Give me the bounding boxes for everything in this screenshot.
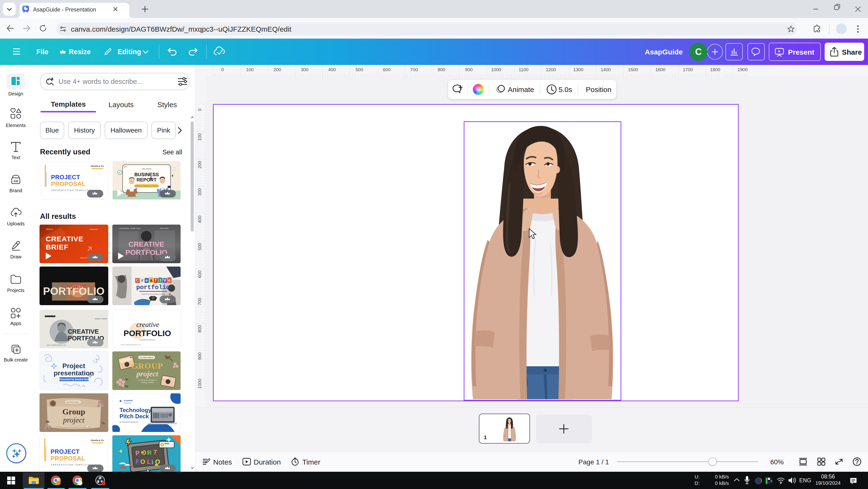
svg-text:project: project	[136, 369, 159, 378]
svg-text:e: e	[145, 278, 148, 283]
svg-text:a: a	[150, 278, 152, 283]
svg-text:By Olivia Wilson: By Olivia Wilson	[67, 401, 80, 403]
svg-text:T: T	[154, 278, 157, 283]
svg-text:V: V	[163, 278, 166, 283]
svg-text:project: project	[63, 415, 85, 424]
svg-text:Giserla & Co.: Giserla & Co.	[91, 439, 104, 441]
svg-text:CREATIVE: CREATIVE	[46, 235, 83, 243]
svg-text:By Bianca Monroe: By Bianca Monroe	[140, 339, 155, 341]
svg-text:BRIELA: BRIELA	[46, 228, 53, 230]
svg-text:Giserla & Co.: Giserla & Co.	[91, 165, 104, 167]
svg-text:I: I	[160, 278, 161, 283]
svg-text:F: F	[135, 458, 140, 465]
svg-text:creative: creative	[136, 320, 159, 328]
svg-text:Hello: Hello	[164, 442, 169, 445]
svg-text:BUSINESS: BUSINESS	[134, 172, 159, 177]
svg-text:CREATIVE: CREATIVE	[68, 328, 99, 335]
svg-text:Pitch Deck: Pitch Deck	[120, 413, 149, 420]
svg-text:O: O	[140, 458, 146, 465]
svg-text:L: L	[147, 458, 151, 465]
svg-text:creative studios: creative studios	[95, 318, 107, 320]
svg-text:portfolio: portfolio	[136, 284, 170, 291]
svg-text:C: C	[136, 278, 139, 283]
svg-text:PROPOSAL: PROPOSAL	[51, 455, 85, 462]
svg-text:PRESENTATION TEMPLATE: PRESENTATION TEMPLATE	[51, 464, 90, 466]
svg-text:created by Sidanten & Partners: created by Sidanten & Partners	[134, 185, 159, 187]
svg-text:PROPOSAL: PROPOSAL	[51, 180, 86, 187]
svg-text:PROJECT: PROJECT	[51, 448, 80, 455]
svg-text:Creative: Creative	[62, 282, 86, 290]
svg-text:Magazine: Magazine	[90, 228, 98, 230]
svg-text:Best vibes: Best vibes	[160, 227, 168, 229]
svg-text:CREATIVE: CREATIVE	[128, 240, 164, 248]
svg-text:Project: Project	[63, 362, 85, 370]
svg-text:R: R	[147, 449, 152, 456]
svg-text:Vintage Edition: Vintage Edition	[141, 381, 154, 383]
svg-text:presentation, create, done: presentation, create, done	[120, 227, 141, 229]
svg-text:Group: Group	[62, 407, 85, 416]
svg-text:www.creativeportfolio.net: www.creativeportfolio.net	[120, 344, 141, 346]
svg-text:www.creativestudio.com: www.creativestudio.com	[46, 344, 66, 346]
svg-text:Presented by Sandra Hera: Presented by Sandra Hera	[59, 378, 89, 381]
svg-text:PRESENTATION TEMPLATE: PRESENTATION TEMPLATE	[51, 189, 91, 192]
svg-text:presentation: presentation	[54, 369, 94, 377]
svg-text:e: e	[168, 278, 170, 283]
svg-text:Technology: Technology	[120, 407, 152, 413]
svg-text:GROUP: GROUP	[131, 362, 163, 370]
svg-text:Aramind: Aramind	[124, 399, 133, 402]
svg-text:BRIEF: BRIEF	[46, 243, 68, 251]
svg-text:Learning the design of: Learning the design of	[138, 379, 157, 381]
svg-text:(a reworked archived): (a reworked archived)	[120, 421, 138, 423]
svg-text:by Olivia Wilson: by Olivia Wilson	[140, 356, 154, 358]
svg-text:PORTFOLIO by Brian Wilde: PORTFOLIO by Brian Wilde	[141, 293, 165, 295]
svg-text:15/12/2023: 15/12/2023	[142, 168, 152, 170]
svg-text:r: r	[142, 278, 143, 283]
svg-text:Industries: Industries	[124, 402, 131, 404]
svg-text:REPORT: REPORT	[136, 177, 156, 182]
svg-text:PROJECT: PROJECT	[51, 174, 80, 180]
svg-text:PORTFOLIO: PORTFOLIO	[124, 328, 171, 338]
svg-text:co: co	[14, 179, 18, 183]
